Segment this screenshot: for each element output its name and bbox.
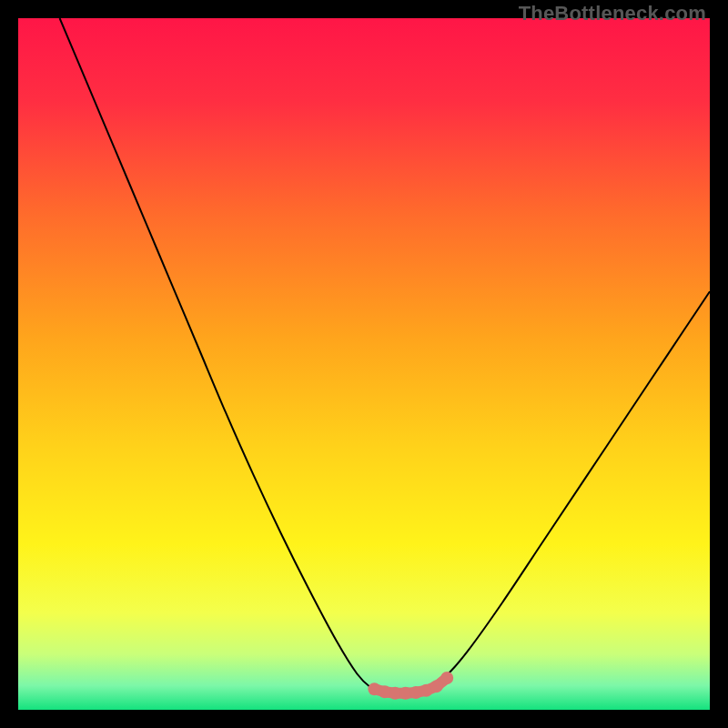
plot-area	[18, 18, 710, 710]
watermark-text: TheBottleneck.com	[519, 2, 706, 25]
flat-zone-marker	[440, 672, 453, 684]
chart-frame: TheBottleneck.com	[0, 0, 728, 728]
bottleneck-chart	[18, 18, 710, 710]
gradient-background	[18, 18, 710, 710]
flat-zone-marker	[430, 680, 443, 693]
